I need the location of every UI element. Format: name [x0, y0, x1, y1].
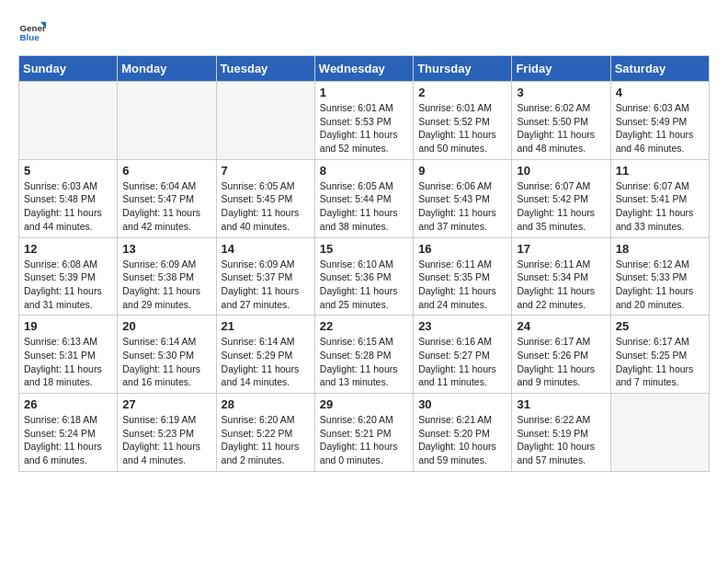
cell-info: Sunrise: 6:01 AMSunset: 5:52 PMDaylight:…: [418, 101, 506, 155]
cell-day-number: 11: [616, 164, 704, 178]
svg-text:General: General: [20, 23, 47, 33]
cell-day-number: 15: [320, 242, 408, 256]
calendar-cell: 2 Sunrise: 6:01 AMSunset: 5:52 PMDayligh…: [414, 82, 512, 160]
weekday-wednesday: Wednesday: [314, 56, 413, 82]
calendar-cell: 27 Sunrise: 6:19 AMSunset: 5:23 PMDaylig…: [118, 394, 216, 472]
calendar-cell: 30 Sunrise: 6:21 AMSunset: 5:20 PMDaylig…: [414, 394, 512, 472]
cell-day-number: 20: [122, 319, 210, 333]
calendar-cell: 1 Sunrise: 6:01 AMSunset: 5:53 PMDayligh…: [314, 82, 413, 160]
cell-day-number: 22: [320, 319, 408, 333]
calendar-cell: 16 Sunrise: 6:11 AMSunset: 5:35 PMDaylig…: [414, 237, 512, 316]
weekday-tuesday: Tuesday: [216, 56, 314, 82]
logo: General Blue: [18, 18, 46, 46]
cell-info: Sunrise: 6:19 AMSunset: 5:23 PMDaylight:…: [122, 413, 210, 467]
calendar-cell: 18 Sunrise: 6:12 AMSunset: 5:33 PMDaylig…: [610, 237, 709, 316]
cell-day-number: 10: [517, 164, 605, 178]
calendar-table: SundayMondayTuesdayWednesdayThursdayFrid…: [18, 55, 710, 472]
cell-day-number: 12: [24, 242, 112, 256]
cell-day-number: 16: [418, 242, 506, 256]
cell-info: Sunrise: 6:21 AMSunset: 5:20 PMDaylight:…: [418, 413, 506, 467]
cell-info: Sunrise: 6:09 AMSunset: 5:37 PMDaylight:…: [222, 258, 310, 312]
calendar-cell: 6 Sunrise: 6:04 AMSunset: 5:47 PMDayligh…: [118, 159, 216, 237]
cell-info: Sunrise: 6:16 AMSunset: 5:27 PMDaylight:…: [418, 335, 506, 389]
cell-info: Sunrise: 6:13 AMSunset: 5:31 PMDaylight:…: [24, 335, 112, 389]
calendar-cell: 7 Sunrise: 6:05 AMSunset: 5:45 PMDayligh…: [216, 159, 314, 237]
cell-day-number: 13: [122, 242, 210, 256]
cell-info: Sunrise: 6:18 AMSunset: 5:24 PMDaylight:…: [24, 413, 112, 467]
calendar-cell: 28 Sunrise: 6:20 AMSunset: 5:22 PMDaylig…: [216, 394, 314, 472]
calendar-cell: [118, 82, 216, 160]
calendar-cell: 19 Sunrise: 6:13 AMSunset: 5:31 PMDaylig…: [19, 316, 118, 394]
cell-info: Sunrise: 6:15 AMSunset: 5:28 PMDaylight:…: [320, 335, 408, 389]
cell-info: Sunrise: 6:20 AMSunset: 5:21 PMDaylight:…: [320, 413, 408, 467]
calendar-cell: 13 Sunrise: 6:09 AMSunset: 5:38 PMDaylig…: [118, 237, 216, 316]
cell-day-number: 5: [24, 164, 112, 178]
page-header: General Blue: [18, 18, 710, 46]
calendar-cell: [610, 394, 709, 472]
svg-text:Blue: Blue: [20, 32, 40, 42]
calendar-cell: [216, 82, 314, 160]
cell-info: Sunrise: 6:01 AMSunset: 5:53 PMDaylight:…: [320, 101, 408, 155]
calendar-week-1: 1 Sunrise: 6:01 AMSunset: 5:53 PMDayligh…: [19, 82, 710, 160]
cell-info: Sunrise: 6:14 AMSunset: 5:29 PMDaylight:…: [222, 335, 310, 389]
cell-day-number: 28: [222, 397, 310, 411]
cell-day-number: 23: [418, 319, 506, 333]
calendar-cell: 24 Sunrise: 6:17 AMSunset: 5:26 PMDaylig…: [512, 316, 610, 394]
calendar-week-4: 19 Sunrise: 6:13 AMSunset: 5:31 PMDaylig…: [19, 316, 710, 394]
calendar-cell: 3 Sunrise: 6:02 AMSunset: 5:50 PMDayligh…: [512, 82, 610, 160]
cell-info: Sunrise: 6:20 AMSunset: 5:22 PMDaylight:…: [222, 413, 310, 467]
cell-day-number: 9: [418, 164, 506, 178]
cell-info: Sunrise: 6:12 AMSunset: 5:33 PMDaylight:…: [616, 258, 704, 312]
cell-day-number: 30: [418, 397, 506, 411]
cell-day-number: 6: [122, 164, 210, 178]
calendar-week-3: 12 Sunrise: 6:08 AMSunset: 5:39 PMDaylig…: [19, 237, 710, 316]
calendar-cell: 25 Sunrise: 6:17 AMSunset: 5:25 PMDaylig…: [610, 316, 709, 394]
calendar-cell: 31 Sunrise: 6:22 AMSunset: 5:19 PMDaylig…: [512, 394, 610, 472]
cell-day-number: 19: [24, 319, 112, 333]
calendar-cell: 20 Sunrise: 6:14 AMSunset: 5:30 PMDaylig…: [118, 316, 216, 394]
cell-day-number: 26: [24, 397, 112, 411]
cell-day-number: 17: [517, 242, 605, 256]
cell-day-number: 27: [122, 397, 210, 411]
calendar-cell: 9 Sunrise: 6:06 AMSunset: 5:43 PMDayligh…: [414, 159, 512, 237]
weekday-friday: Friday: [512, 56, 610, 82]
cell-day-number: 8: [320, 164, 408, 178]
cell-day-number: 7: [222, 164, 310, 178]
cell-info: Sunrise: 6:11 AMSunset: 5:34 PMDaylight:…: [517, 258, 605, 312]
weekday-sunday: Sunday: [19, 56, 118, 82]
weekday-header-row: SundayMondayTuesdayWednesdayThursdayFrid…: [19, 56, 710, 82]
cell-day-number: 14: [222, 242, 310, 256]
cell-day-number: 29: [320, 397, 408, 411]
logo-icon: General Blue: [18, 18, 46, 46]
calendar-cell: 29 Sunrise: 6:20 AMSunset: 5:21 PMDaylig…: [314, 394, 413, 472]
calendar-week-5: 26 Sunrise: 6:18 AMSunset: 5:24 PMDaylig…: [19, 394, 710, 472]
calendar-week-2: 5 Sunrise: 6:03 AMSunset: 5:48 PMDayligh…: [19, 159, 710, 237]
cell-day-number: 31: [517, 397, 605, 411]
cell-info: Sunrise: 6:08 AMSunset: 5:39 PMDaylight:…: [24, 258, 112, 312]
weekday-thursday: Thursday: [414, 56, 512, 82]
calendar-cell: 14 Sunrise: 6:09 AMSunset: 5:37 PMDaylig…: [216, 237, 314, 316]
cell-info: Sunrise: 6:03 AMSunset: 5:48 PMDaylight:…: [24, 179, 112, 234]
calendar-cell: 10 Sunrise: 6:07 AMSunset: 5:42 PMDaylig…: [512, 159, 610, 237]
cell-info: Sunrise: 6:07 AMSunset: 5:41 PMDaylight:…: [616, 179, 704, 234]
cell-info: Sunrise: 6:06 AMSunset: 5:43 PMDaylight:…: [418, 179, 506, 234]
cell-day-number: 1: [320, 86, 408, 99]
calendar-cell: 17 Sunrise: 6:11 AMSunset: 5:34 PMDaylig…: [512, 237, 610, 316]
cell-info: Sunrise: 6:11 AMSunset: 5:35 PMDaylight:…: [418, 258, 506, 312]
cell-info: Sunrise: 6:10 AMSunset: 5:36 PMDaylight:…: [320, 258, 408, 312]
calendar-cell: 5 Sunrise: 6:03 AMSunset: 5:48 PMDayligh…: [19, 159, 118, 237]
cell-day-number: 4: [616, 86, 704, 99]
calendar-cell: 12 Sunrise: 6:08 AMSunset: 5:39 PMDaylig…: [19, 237, 118, 316]
calendar-cell: 15 Sunrise: 6:10 AMSunset: 5:36 PMDaylig…: [314, 237, 413, 316]
calendar-cell: 21 Sunrise: 6:14 AMSunset: 5:29 PMDaylig…: [216, 316, 314, 394]
cell-day-number: 25: [616, 319, 704, 333]
calendar-cell: 26 Sunrise: 6:18 AMSunset: 5:24 PMDaylig…: [19, 394, 118, 472]
cell-info: Sunrise: 6:22 AMSunset: 5:19 PMDaylight:…: [517, 413, 605, 467]
cell-info: Sunrise: 6:14 AMSunset: 5:30 PMDaylight:…: [122, 335, 210, 389]
calendar-cell: [19, 82, 118, 160]
cell-day-number: 24: [517, 319, 605, 333]
cell-info: Sunrise: 6:03 AMSunset: 5:49 PMDaylight:…: [616, 101, 704, 155]
cell-info: Sunrise: 6:05 AMSunset: 5:45 PMDaylight:…: [222, 179, 310, 234]
cell-info: Sunrise: 6:04 AMSunset: 5:47 PMDaylight:…: [122, 179, 210, 234]
calendar-cell: 4 Sunrise: 6:03 AMSunset: 5:49 PMDayligh…: [610, 82, 709, 160]
